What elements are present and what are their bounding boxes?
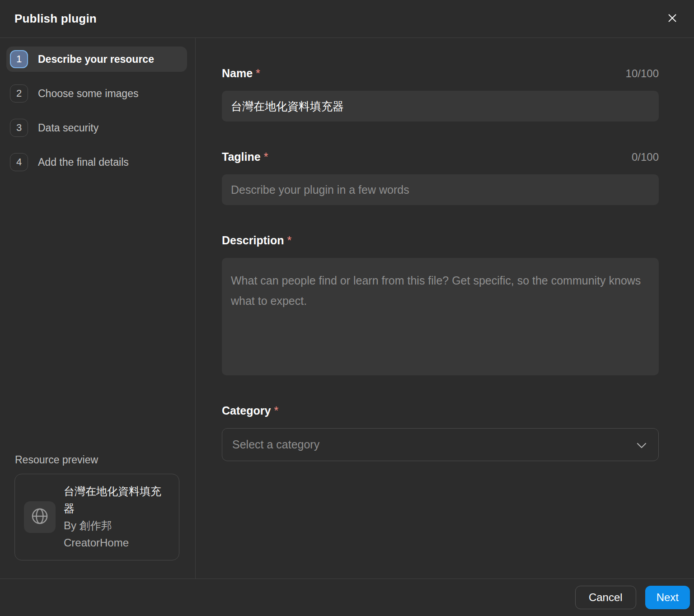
step-number-badge: 3 — [10, 119, 28, 137]
dialog-title: Publish plugin — [14, 12, 97, 26]
required-marker: * — [264, 150, 268, 163]
tagline-label: Tagline* — [222, 150, 268, 163]
step-item-data-security[interactable]: 3 Data security — [6, 115, 187, 140]
category-selected-value: Select a category — [232, 438, 319, 451]
name-input[interactable] — [222, 91, 659, 121]
step-item-add-the-final-details[interactable]: 4 Add the final details — [6, 149, 187, 175]
category-select[interactable]: Select a category — [222, 428, 659, 461]
step-item-choose-some-images[interactable]: 2 Choose some images — [6, 81, 187, 106]
tagline-input[interactable] — [222, 174, 659, 205]
step-label: Data security — [38, 122, 98, 134]
cancel-button[interactable]: Cancel — [575, 586, 636, 609]
preview-plugin-byline: By 創作邦 CreatorHome — [64, 517, 170, 551]
tagline-char-counter: 0/100 — [632, 151, 659, 163]
required-marker: * — [287, 234, 292, 247]
step-label: Describe your resource — [38, 53, 154, 65]
step-label: Choose some images — [38, 88, 138, 100]
description-label: Description* — [222, 234, 291, 247]
resource-preview-card: 台灣在地化資料填充器 By 創作邦 CreatorHome — [14, 474, 179, 560]
form-main: Name* 10/100 Tagline* 0/100 Description* — [196, 38, 694, 579]
name-field-group: Name* 10/100 — [222, 67, 659, 121]
publish-plugin-dialog: Publish plugin 1 Describe your resource … — [0, 0, 694, 616]
close-button[interactable] — [662, 9, 682, 29]
step-label: Add the final details — [38, 156, 129, 168]
category-label: Category* — [222, 404, 278, 417]
steps-list: 1 Describe your resource 2 Choose some i… — [0, 47, 195, 175]
required-marker: * — [256, 67, 260, 79]
resource-preview-heading: Resource preview — [15, 454, 195, 466]
globe-icon — [30, 506, 50, 528]
description-field-group: Description* — [222, 234, 659, 375]
description-textarea[interactable] — [222, 258, 659, 375]
step-number-badge: 4 — [10, 153, 28, 171]
step-item-describe-your-resource[interactable]: 1 Describe your resource — [6, 47, 187, 72]
next-button[interactable]: Next — [645, 586, 690, 609]
dialog-header: Publish plugin — [0, 0, 694, 38]
plugin-icon-box — [24, 501, 56, 533]
step-number-badge: 2 — [10, 84, 28, 103]
steps-sidebar: 1 Describe your resource 2 Choose some i… — [0, 38, 196, 579]
preview-text-block: 台灣在地化資料填充器 By 創作邦 CreatorHome — [64, 483, 170, 551]
preview-plugin-title: 台灣在地化資料填充器 — [64, 483, 170, 517]
required-marker: * — [274, 404, 278, 417]
chevron-down-icon — [637, 438, 647, 451]
step-number-badge: 1 — [10, 50, 28, 68]
close-icon — [666, 11, 679, 26]
dialog-footer: Cancel Next — [0, 579, 694, 616]
dialog-body: 1 Describe your resource 2 Choose some i… — [0, 38, 694, 579]
name-char-counter: 10/100 — [626, 67, 659, 80]
tagline-field-group: Tagline* 0/100 — [222, 150, 659, 205]
category-field-group: Category* Select a category — [222, 404, 659, 461]
name-label: Name* — [222, 67, 260, 80]
